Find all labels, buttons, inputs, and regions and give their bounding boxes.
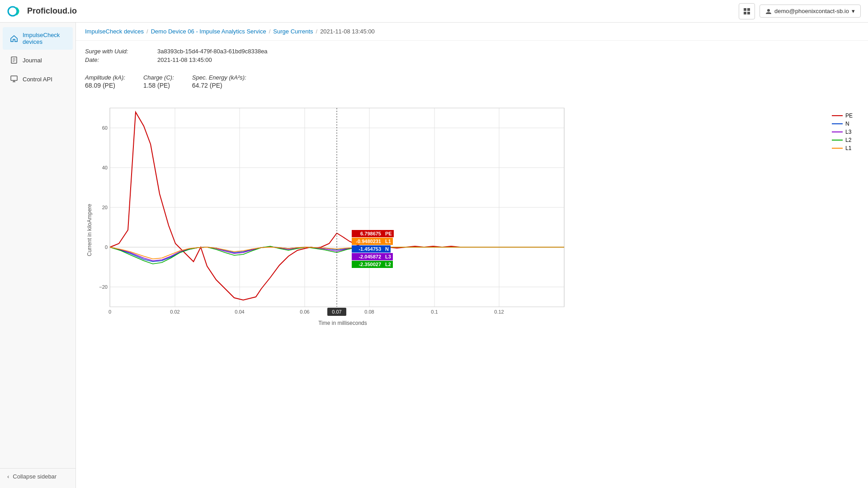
sidebar-item-impulsecheck[interactable]: ImpulseCheck devices: [3, 27, 73, 50]
sidebar-item-label: Journal: [23, 57, 42, 64]
svg-rect-10: [11, 76, 17, 80]
svg-text:0.12: 0.12: [494, 309, 504, 314]
user-icon: [765, 8, 772, 14]
tooltip-overlay: 6.798675 PE -0.9480231 L1 -1.454753 N: [352, 230, 394, 268]
x-axis-label: Time in milliseconds: [318, 320, 367, 326]
sidebar-item-controlapi[interactable]: Control API: [3, 70, 73, 88]
sidebar-item-journal[interactable]: Journal: [3, 52, 73, 69]
user-email: demo@phoenixcontact-sb.io: [774, 8, 849, 14]
chart-container: Current in kiloAmpere: [76, 94, 868, 344]
chart-svg: Current in kiloAmpere: [85, 99, 573, 334]
svg-text:20: 20: [102, 205, 108, 210]
tooltip-pe-value: 6.798675: [352, 230, 383, 237]
metric-charge-value: 1.58 (PE): [143, 82, 174, 89]
surge-date-row: Date: 2021-11-08 13:45:00: [85, 56, 859, 63]
surge-date-label: Date:: [85, 56, 157, 63]
logo-icon: [7, 3, 24, 19]
svg-text:60: 60: [102, 125, 108, 131]
tooltip-n-value: -1.454753: [352, 245, 383, 253]
main-layout: ImpulseCheck devices Journal Control API…: [0, 23, 868, 488]
breadcrumb-device[interactable]: Demo Device 06 - Impulse Analytics Servi…: [151, 28, 266, 35]
legend-pe-line: [832, 115, 843, 116]
svg-text:Current in kiloAmpere: Current in kiloAmpere: [86, 204, 93, 256]
svg-text:0.02: 0.02: [170, 309, 179, 314]
legend-n-label: N: [845, 121, 849, 127]
tooltip-pe-label: PE: [383, 230, 394, 237]
logo: Proficloud.io: [7, 3, 77, 19]
header-right: demo@phoenixcontact-sb.io ▾: [739, 3, 861, 19]
sidebar-nav: ImpulseCheck devices Journal Control API: [0, 26, 75, 89]
svg-text:0.06: 0.06: [300, 309, 309, 314]
tooltip-l1-label: L1: [383, 238, 393, 245]
svg-text:40: 40: [102, 165, 108, 170]
metrics: Amplitude (kA): 68.09 (PE) Charge (C): 1…: [76, 69, 868, 94]
legend-l3-label: L3: [845, 129, 851, 135]
tooltip-l3-label: L3: [383, 253, 393, 260]
collapse-label: Collapse sidebar: [13, 473, 57, 480]
legend-l2: L2: [832, 137, 859, 143]
metric-amplitude-label: Amplitude (kA):: [85, 74, 125, 81]
legend-l1-label: L1: [845, 145, 851, 151]
metric-energy-label: Spec. Energy (kA²s):: [192, 74, 246, 81]
grid-button[interactable]: [739, 3, 755, 19]
surge-info: Surge with Uuid: 3a8393cb-15d4-479f-80a3…: [76, 41, 868, 69]
breadcrumb-surge-currents[interactable]: Surge Currents: [273, 28, 313, 35]
legend-l3-line: [832, 131, 843, 132]
tooltip-l1-value: -0.9480231: [352, 238, 383, 245]
svg-text:0.1: 0.1: [431, 309, 438, 314]
journal-icon: [10, 56, 18, 64]
svg-text:0.08: 0.08: [364, 309, 374, 314]
chevron-left-icon: ‹: [7, 473, 9, 480]
breadcrumb-date: 2021-11-08 13:45:00: [320, 28, 375, 35]
logo-text: Proficloud.io: [27, 6, 77, 16]
svg-rect-1: [744, 8, 746, 11]
tooltip-l2-label: L2: [383, 261, 393, 268]
metric-energy: Spec. Energy (kA²s): 64.72 (PE): [192, 74, 246, 89]
tooltip-l2-value: -2.350027: [352, 261, 383, 268]
legend-n: N: [832, 121, 859, 127]
grid-icon: [743, 8, 750, 15]
metric-charge-label: Charge (C):: [143, 74, 174, 81]
legend-l2-line: [832, 140, 843, 141]
metric-amplitude: Amplitude (kA): 68.09 (PE): [85, 74, 125, 89]
legend-l1-line: [832, 148, 843, 149]
collapse-sidebar-button[interactable]: ‹ Collapse sidebar: [0, 468, 75, 484]
breadcrumb-sep-3: /: [316, 28, 318, 35]
sidebar-item-label: ImpulseCheck devices: [23, 32, 66, 45]
svg-rect-4: [747, 12, 750, 14]
metric-energy-value: 64.72 (PE): [192, 82, 246, 89]
api-icon: [10, 75, 18, 83]
svg-rect-3: [744, 12, 746, 14]
breadcrumb-sep-2: /: [269, 28, 271, 35]
y-axis: 60 40 20 0 −20: [99, 125, 108, 290]
tooltip-n: -1.454753 N: [352, 245, 394, 253]
sidebar-item-label: Control API: [23, 76, 52, 83]
x-axis: 0 0.02 0.04 0.06 0.08 0.1 0.12: [108, 309, 504, 314]
svg-text:0.04: 0.04: [235, 309, 244, 314]
tooltip-l2: -2.350027 L2: [352, 261, 394, 268]
tooltip-l1: -0.9480231 L1: [352, 238, 394, 245]
content: ImpulseCheck devices / Demo Device 06 - …: [76, 23, 868, 488]
svg-text:0: 0: [108, 309, 111, 314]
legend-l2-label: L2: [845, 137, 851, 143]
metric-charge: Charge (C): 1.58 (PE): [143, 74, 174, 89]
svg-rect-2: [747, 8, 750, 11]
legend-pe-label: PE: [845, 113, 853, 119]
svg-text:0: 0: [105, 244, 108, 250]
user-menu-button[interactable]: demo@phoenixcontact-sb.io ▾: [760, 5, 861, 18]
tooltip-l3-value: -2.045872: [352, 253, 383, 260]
legend-l1: L1: [832, 145, 859, 151]
header: Proficloud.io demo@phoenixcontact-sb.io …: [0, 0, 868, 23]
surge-uuid-value: 3a8393cb-15d4-479f-80a3-61bd9c8338ea: [157, 48, 268, 55]
svg-point-5: [767, 9, 770, 12]
legend-n-line: [832, 123, 843, 124]
tooltip-l3: -2.045872 L3: [352, 253, 394, 260]
svg-point-0: [8, 7, 17, 16]
chart-wrap: Current in kiloAmpere: [85, 99, 859, 335]
chart-svg-wrap: Current in kiloAmpere: [85, 99, 823, 335]
breadcrumb-impulsecheck[interactable]: ImpulseCheck devices: [85, 28, 144, 35]
tooltip-n-label: N: [383, 245, 391, 253]
legend-pe: PE: [832, 113, 859, 119]
home-icon: [10, 34, 18, 42]
breadcrumb-sep-1: /: [146, 28, 148, 35]
